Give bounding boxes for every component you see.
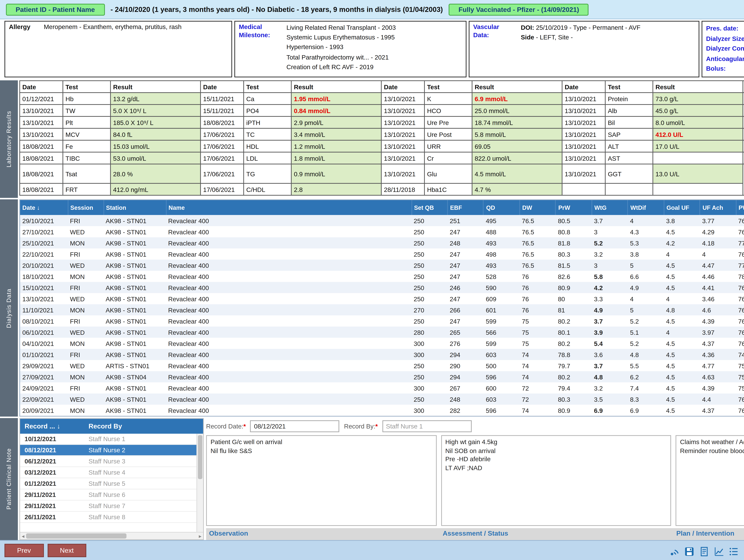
lab-result-cell: 45.0 g/L [653,105,743,116]
record-list-item[interactable]: 08/12/2021Staff Nurse 2 [20,445,203,456]
record-date-input[interactable] [250,420,340,432]
signal-person-icon[interactable] [669,546,679,555]
dialysis-row[interactable]: 11/10/2021MONAK98 - STN01Revaclear 40027… [20,304,744,315]
scroll-left-icon[interactable]: ◄ [21,534,25,538]
chart-icon[interactable] [714,546,724,555]
dialysis-col-header-date[interactable]: Date ↓ [20,200,68,215]
dialysis-row[interactable]: 27/09/2021MONAK98 - STN04Revaclear 40025… [20,371,744,382]
dialysis-cell: Revaclear 400 [166,260,411,271]
dialysis-cell: 7.4 [628,382,664,394]
required-marker: * [243,422,246,430]
prev-button[interactable]: Prev [4,544,44,557]
dialysis-cell: 4 [628,215,664,226]
dialysis-row[interactable]: 27/10/2021WEDAK98 - STN01Revaclear 40025… [20,226,744,237]
lab-result-cell: 2.9 pmol/L [291,116,381,128]
medical-milestone-item: Systemic Lupus Erythematosus - 1995 [287,33,396,43]
dialysis-row[interactable]: 29/10/2021FRIAK98 - STN01Revaclear 40025… [20,215,744,226]
record-list-item[interactable]: 10/12/2021Staff Nurse 1 [20,434,203,445]
required-marker: * [375,422,378,430]
lab-col-header: Date [20,81,63,93]
dialysis-cell: AK98 - STN01 [103,293,166,304]
medical-milestone-list: Living Related Renal Transplant - 2003Sy… [287,23,396,75]
lab-result-cell: 5.8 mmol/L [472,128,562,140]
next-button[interactable]: Next [47,544,86,557]
dialysis-cell: AK98 - STN01 [103,260,166,271]
dialysis-cell: 603 [484,394,520,405]
lab-results-section: Laboratory Results DateTestResultDateTes… [0,80,744,198]
dialysis-row[interactable]: 22/09/2021WEDAK98 - STN01Revaclear 40025… [20,394,744,405]
scroll-right-icon[interactable]: ► [198,534,202,538]
lab-col-header: Test [605,81,653,93]
dialysis-row[interactable]: 29/09/2021WEDARTIS - STN01Revaclear 4002… [20,360,744,371]
record-list-item[interactable]: 01/12/2021Staff Nurse 5 [20,478,203,489]
dialysis-row[interactable]: 06/10/2021WEDAK98 - STN01Revaclear 40028… [20,327,744,338]
dialysis-cell: 247 [447,293,483,304]
dialysis-cell: 4.36 [700,349,736,360]
dialysis-cell: 3.8 [628,249,664,260]
record-list-item[interactable]: 29/11/2021Staff Nurse 6 [20,489,203,501]
lab-col-header: Date [200,81,244,93]
dialysis-row[interactable]: 24/09/2021FRIAK98 - STN01Revaclear 40030… [20,382,744,394]
observation-textarea[interactable]: Patient G/c well on arrival Nil flu like… [206,435,437,526]
record-by-label: Record By:* [344,422,378,430]
lab-col-header: Result [111,81,200,93]
record-by-column-header[interactable]: Record By [88,422,203,430]
vascular-data-label: Vascular Data: [473,23,515,75]
record-date-column-header[interactable]: Record ... ↓ [20,422,88,430]
dialysis-row[interactable]: 18/10/2021MONAK98 - STN01Revaclear 40025… [20,271,744,282]
dialysis-row[interactable]: 01/10/2021FRIAK98 - STN01Revaclear 40030… [20,349,744,360]
record-list-header[interactable]: Record ... ↓ Record By [20,419,203,434]
dialysis-row[interactable]: 25/10/2021MONAK98 - STN01Revaclear 40025… [20,237,744,249]
dialysis-row[interactable]: 20/09/2021MONAK98 - STN01Revaclear 40030… [20,405,744,416]
dialysis-cell: 76.5 [520,226,556,237]
dialysis-cell: WED [68,394,103,405]
dialysis-cell: 3.7 [592,360,628,371]
dialysis-cell: WED [68,260,103,271]
scrollbar-thumb[interactable] [26,533,126,538]
lab-date-cell: 18/08/2021 [20,183,63,195]
scrollbar-thumb[interactable] [198,435,202,479]
prescription-label: Pres. date: [706,24,744,34]
sort-desc-icon: ↓ [35,204,40,211]
dialysis-row[interactable]: 04/10/2021MONAK98 - STN01Revaclear 40030… [20,338,744,349]
dialysis-cell: 76.2 [736,394,744,405]
lab-test-cell: LDL [244,152,291,164]
lab-date-cell: 15/11/2021 [200,93,244,105]
dialysis-cell: 590 [484,282,520,293]
lab-test-cell: C/HDL [244,183,291,195]
dialysis-cell: 76.8 [736,226,744,237]
lab-date-cell: 13/10/2021 [381,152,424,164]
lab-date-cell: 18/08/2021 [743,105,744,116]
dialysis-cell: 4 [664,293,700,304]
list-icon[interactable] [729,546,739,555]
dialysis-cell: WED [68,360,103,371]
record-list-vertical-scrollbar[interactable] [196,434,203,532]
dialysis-cell: 600 [484,382,520,394]
lab-date-cell: 13/10/2021 [562,93,605,105]
dialysis-row[interactable]: 08/10/2021FRIAK98 - STN01Revaclear 40025… [20,315,744,327]
dialysis-cell: Revaclear 400 [166,282,411,293]
note-text-areas: Patient G/c well on arrival Nil flu like… [206,435,744,526]
record-by-input[interactable] [382,420,472,432]
plan-textarea[interactable]: Claims hot weather / Advise to control f… [675,435,744,526]
record-list-item[interactable]: 29/11/2021Staff Nurse 7 [20,501,203,512]
record-list-horizontal-scrollbar[interactable]: ◄ ► [20,532,203,539]
assessment-textarea[interactable]: High wt gain 4.5kg Nil SOB on arrival Pr… [441,435,671,526]
dialysis-row[interactable]: 22/10/2021FRIAK98 - STN01Revaclear 40025… [20,249,744,260]
dialysis-cell: 4.39 [700,315,736,327]
dialysis-cell: 290 [447,360,483,371]
dialysis-cell: AK98 - STN01 [103,226,166,237]
record-list-item[interactable]: 03/12/2021Staff Nurse 4 [20,467,203,478]
record-list-item[interactable]: 26/11/2021Staff Nurse 8 [20,512,203,523]
note-form-toolbar: Record Date:* Record By:* +Add Update [206,418,744,434]
dialysis-row[interactable]: 15/10/2021FRIAK98 - STN01Revaclear 40025… [20,282,744,293]
dialysis-cell: 250 [411,293,447,304]
dialysis-row[interactable]: 20/10/2021WEDAK98 - STN01Revaclear 40025… [20,260,744,271]
dialysis-cell: 6.6 [628,271,664,282]
record-list-item[interactable]: 06/12/2021Staff Nurse 3 [20,456,203,467]
dialysis-row[interactable]: 13/10/2021WEDAK98 - STN01Revaclear 40025… [20,293,744,304]
invoice-icon[interactable] [699,546,709,555]
save-icon[interactable] [684,546,694,555]
dialysis-cell: AK98 - STN01 [103,349,166,360]
dialysis-cell: 5.2 [628,338,664,349]
